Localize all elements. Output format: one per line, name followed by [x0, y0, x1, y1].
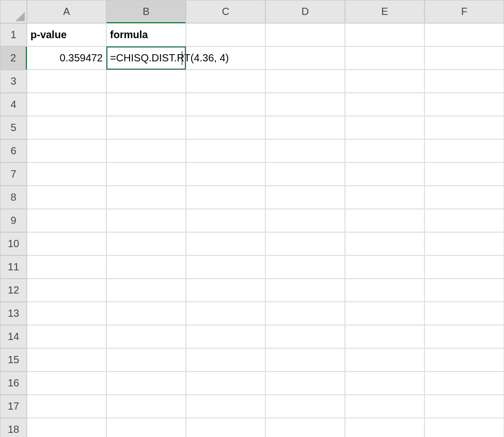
cell-D17[interactable]	[265, 395, 345, 418]
cell-A3[interactable]	[27, 70, 106, 93]
cell-E18[interactable]	[345, 418, 424, 437]
cell-D11[interactable]	[265, 255, 345, 279]
cell-B7[interactable]	[106, 163, 186, 186]
cell-F6[interactable]	[424, 139, 504, 163]
cell-C11[interactable]	[186, 255, 265, 279]
cell-B15[interactable]	[106, 348, 186, 371]
cell-C18[interactable]	[186, 418, 265, 437]
cell-C12[interactable]	[186, 279, 265, 302]
column-header-D[interactable]: D	[265, 0, 345, 23]
cell-D1[interactable]	[265, 23, 345, 46]
cell-A13[interactable]	[27, 302, 106, 325]
cell-E17[interactable]	[345, 395, 424, 418]
row-header-1[interactable]: 1	[0, 23, 27, 46]
cell-B17[interactable]	[106, 395, 186, 418]
cell-D2[interactable]	[265, 46, 345, 70]
cell-D3[interactable]	[265, 70, 345, 93]
cell-F16[interactable]	[424, 371, 504, 395]
cell-B10[interactable]	[106, 232, 186, 255]
cell-A9[interactable]	[27, 209, 106, 232]
row-header-9[interactable]: 9	[0, 209, 27, 232]
row-header-11[interactable]: 11	[0, 255, 27, 279]
cell-F3[interactable]	[424, 70, 504, 93]
cell-C14[interactable]	[186, 325, 265, 348]
cell-F9[interactable]	[424, 209, 504, 232]
cell-F2[interactable]	[424, 46, 504, 70]
cell-F1[interactable]	[424, 23, 504, 46]
cell-B13[interactable]	[106, 302, 186, 325]
cell-A7[interactable]	[27, 163, 106, 186]
cell-C1[interactable]	[186, 23, 265, 46]
row-header-17[interactable]: 17	[0, 395, 27, 418]
cell-C16[interactable]	[186, 371, 265, 395]
cell-B16[interactable]	[106, 371, 186, 395]
row-header-3[interactable]: 3	[0, 70, 27, 93]
row-header-7[interactable]: 7	[0, 163, 27, 186]
cell-B5[interactable]	[106, 116, 186, 139]
cell-E8[interactable]	[345, 186, 424, 209]
row-header-12[interactable]: 12	[0, 279, 27, 302]
cell-C10[interactable]	[186, 232, 265, 255]
cell-E6[interactable]	[345, 139, 424, 163]
row-header-2[interactable]: 2	[0, 46, 27, 70]
row-header-4[interactable]: 4	[0, 93, 27, 116]
cell-E12[interactable]	[345, 279, 424, 302]
cell-B3[interactable]	[106, 70, 186, 93]
cell-B1[interactable]: formula	[106, 23, 186, 46]
cell-F5[interactable]	[424, 116, 504, 139]
cell-C4[interactable]	[186, 93, 265, 116]
cell-E3[interactable]	[345, 70, 424, 93]
row-header-5[interactable]: 5	[0, 116, 27, 139]
cell-E1[interactable]	[345, 23, 424, 46]
column-header-E[interactable]: E	[345, 0, 424, 23]
cell-A8[interactable]	[27, 186, 106, 209]
cell-C6[interactable]	[186, 139, 265, 163]
cell-F12[interactable]	[424, 279, 504, 302]
row-header-16[interactable]: 16	[0, 371, 27, 395]
cell-D10[interactable]	[265, 232, 345, 255]
column-header-B[interactable]: B	[106, 0, 186, 23]
row-header-15[interactable]: 15	[0, 348, 27, 371]
cell-C17[interactable]	[186, 395, 265, 418]
cell-D5[interactable]	[265, 116, 345, 139]
cell-C8[interactable]	[186, 186, 265, 209]
cell-E2[interactable]	[345, 46, 424, 70]
cell-F11[interactable]	[424, 255, 504, 279]
column-header-C[interactable]: C	[186, 0, 265, 23]
cell-C13[interactable]	[186, 302, 265, 325]
row-header-13[interactable]: 13	[0, 302, 27, 325]
spreadsheet-grid[interactable]: ABCDEF1p-valueformula20.359472=CHISQ.DIS…	[0, 0, 504, 437]
cell-B18[interactable]	[106, 418, 186, 437]
row-header-14[interactable]: 14	[0, 325, 27, 348]
cell-A14[interactable]	[27, 325, 106, 348]
cell-F10[interactable]	[424, 232, 504, 255]
cell-B2[interactable]: =CHISQ.DIST.RT(4.36, 4)	[106, 46, 186, 70]
cell-B4[interactable]	[106, 93, 186, 116]
cell-C3[interactable]	[186, 70, 265, 93]
cell-E9[interactable]	[345, 209, 424, 232]
cell-D9[interactable]	[265, 209, 345, 232]
cell-E16[interactable]	[345, 371, 424, 395]
cell-E7[interactable]	[345, 163, 424, 186]
cell-E15[interactable]	[345, 348, 424, 371]
cell-D16[interactable]	[265, 371, 345, 395]
cell-E11[interactable]	[345, 255, 424, 279]
cell-A15[interactable]	[27, 348, 106, 371]
cell-D13[interactable]	[265, 302, 345, 325]
cell-D14[interactable]	[265, 325, 345, 348]
cell-F15[interactable]	[424, 348, 504, 371]
cell-A1[interactable]: p-value	[27, 23, 106, 46]
column-header-A[interactable]: A	[27, 0, 106, 23]
cell-B12[interactable]	[106, 279, 186, 302]
cell-F7[interactable]	[424, 163, 504, 186]
cell-D4[interactable]	[265, 93, 345, 116]
cell-A5[interactable]	[27, 116, 106, 139]
cell-F4[interactable]	[424, 93, 504, 116]
cell-A11[interactable]	[27, 255, 106, 279]
cell-B9[interactable]	[106, 209, 186, 232]
cell-A6[interactable]	[27, 139, 106, 163]
cell-C5[interactable]	[186, 116, 265, 139]
cell-C9[interactable]	[186, 209, 265, 232]
cell-F18[interactable]	[424, 418, 504, 437]
cell-E14[interactable]	[345, 325, 424, 348]
